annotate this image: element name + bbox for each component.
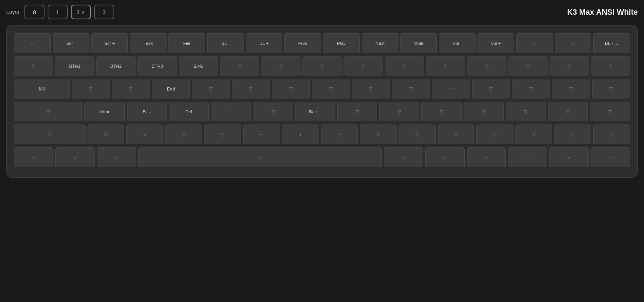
- key-r2-9[interactable]: ▽: [343, 56, 383, 77]
- header: Layer 0 1 2 ★ 3 K3 Max ANSI White: [6, 5, 638, 19]
- key-fn14[interactable]: ▽: [516, 33, 553, 54]
- key-r2-10[interactable]: ▽: [385, 56, 424, 77]
- key-del[interactable]: Del: [169, 102, 209, 123]
- key-fn15[interactable]: ▽: [555, 33, 592, 54]
- key-row-5: ▽ ▽ ▽ ▽ ▽ ← ↓ ▽ ▽ ▽ ▽ ▽ ▽ ▽ ▽: [14, 125, 630, 145]
- key-r2-7[interactable]: ▽: [261, 56, 300, 77]
- key-r5-15[interactable]: ▽: [593, 125, 630, 145]
- key-r4-14[interactable]: ▽: [590, 102, 630, 123]
- key-r3-12[interactable]: ▽: [472, 79, 510, 100]
- key-r6-2[interactable]: ▽: [55, 147, 95, 168]
- layer-3-button[interactable]: 3: [94, 5, 114, 19]
- key-r5-1[interactable]: ▽: [14, 125, 86, 145]
- key-r2-1[interactable]: ▽: [14, 56, 53, 77]
- layer-2-button[interactable]: 2 ★: [71, 5, 91, 19]
- key-r4-12[interactable]: ▽: [506, 102, 546, 123]
- key-vol-minus[interactable]: Vol -: [439, 33, 476, 54]
- layer-0-button[interactable]: 0: [24, 5, 45, 19]
- key-left-arrow[interactable]: ←: [243, 125, 280, 145]
- key-2g4[interactable]: 2.4G: [179, 56, 218, 77]
- key-r3-3[interactable]: ▽: [112, 79, 150, 100]
- key-vol-plus[interactable]: Vol +: [477, 33, 514, 54]
- key-r4-9[interactable]: ▽: [379, 102, 419, 123]
- layer-label: Layer: [6, 9, 20, 15]
- device-name: K3 Max ANSI White: [567, 8, 638, 17]
- key-bl-toggle[interactable]: BL T…: [593, 33, 630, 54]
- key-mute[interactable]: Mute: [400, 33, 437, 54]
- key-r5-12[interactable]: ▽: [476, 125, 513, 145]
- key-bl-minus-1[interactable]: BL -: [207, 33, 244, 54]
- layer-0-label: 0: [33, 9, 36, 15]
- key-r5-8[interactable]: ▽: [321, 125, 358, 145]
- layer-2-label: 2: [76, 9, 79, 15]
- key-up-arrow[interactable]: ↑: [432, 79, 470, 100]
- key-r3-7[interactable]: ▽: [272, 79, 310, 100]
- key-r5-11[interactable]: ▽: [438, 125, 474, 145]
- key-r3-5[interactable]: ▽: [192, 79, 230, 100]
- key-bl-plus-1[interactable]: BL +: [246, 33, 283, 54]
- key-r2-15[interactable]: ▽: [591, 56, 630, 77]
- key-r4-8[interactable]: ▽: [337, 102, 378, 123]
- key-bac[interactable]: Bac…: [295, 102, 335, 123]
- key-r3-10[interactable]: ▽: [392, 79, 430, 100]
- key-bl-minus-2[interactable]: BL -: [127, 102, 167, 123]
- key-r2-12[interactable]: ▽: [467, 56, 506, 77]
- key-r5-9[interactable]: ▽: [360, 125, 397, 145]
- key-home[interactable]: Home: [84, 102, 125, 123]
- key-r5-10[interactable]: ▽: [398, 125, 435, 145]
- key-r3-15[interactable]: ▽: [592, 79, 630, 100]
- key-end[interactable]: End: [152, 79, 190, 100]
- key-r6-6[interactable]: ▽: [425, 147, 465, 168]
- key-scr-plus[interactable]: Scr +: [91, 33, 128, 54]
- key-r4-6[interactable]: ▽: [253, 102, 293, 123]
- key-r2-8[interactable]: ▽: [302, 56, 342, 77]
- key-row-6: ▽ ▽ ▽ ▽ ▽ ▽ ▽ ▽ ▽ ▽: [14, 147, 630, 168]
- key-next[interactable]: Next: [362, 33, 398, 54]
- key-r5-5[interactable]: ▽: [204, 125, 241, 145]
- key-r6-7[interactable]: ▽: [467, 147, 506, 168]
- key-file[interactable]: File: [168, 33, 205, 54]
- key-r3-13[interactable]: ▽: [512, 79, 550, 100]
- key-r3-8[interactable]: ▽: [312, 79, 350, 100]
- key-r6-9[interactable]: ▽: [549, 147, 589, 168]
- key-fn1[interactable]: ▽: [14, 33, 51, 54]
- key-r5-13[interactable]: ▽: [515, 125, 552, 145]
- key-row-1: ▽ Scr - Scr + Task File BL - BL + Prvs P…: [14, 33, 630, 54]
- key-r6-8[interactable]: ▽: [508, 147, 547, 168]
- key-bth2[interactable]: BTH2: [96, 56, 136, 77]
- key-prvs[interactable]: Prvs: [284, 33, 321, 54]
- key-scr-minus[interactable]: Scr -: [53, 33, 89, 54]
- key-r2-13[interactable]: ▽: [508, 56, 548, 77]
- key-r4-11[interactable]: ▽: [464, 102, 504, 123]
- key-bth3[interactable]: BTH3: [137, 56, 177, 77]
- key-r4-1[interactable]: ▽: [14, 102, 82, 123]
- key-r4-13[interactable]: ▽: [548, 102, 588, 123]
- key-bth1[interactable]: BTH1: [55, 56, 94, 77]
- key-r5-4[interactable]: ▽: [165, 125, 202, 145]
- key-r3-14[interactable]: ▽: [552, 79, 590, 100]
- key-m0[interactable]: M0: [14, 79, 70, 100]
- key-row-4: ▽ Home BL - Del → ▽ Bac… ▽ ▽ ▽ ▽ ▽ ▽ ▽: [14, 102, 630, 123]
- key-r2-6[interactable]: ▽: [220, 56, 259, 77]
- key-r6-3[interactable]: ▽: [97, 147, 136, 168]
- header-left: Layer 0 1 2 ★ 3: [6, 5, 114, 19]
- key-r2-14[interactable]: ▽: [550, 56, 589, 77]
- key-task[interactable]: Task: [130, 33, 167, 54]
- key-r2-11[interactable]: ▽: [426, 56, 465, 77]
- key-row-2: ▽ BTH1 BTH2 BTH3 2.4G ▽ ▽ ▽ ▽ ▽ ▽ ▽ ▽ ▽ …: [14, 56, 630, 77]
- key-r3-2[interactable]: ▽: [72, 79, 110, 100]
- key-r5-2[interactable]: ▽: [88, 125, 124, 145]
- key-r5-14[interactable]: ▽: [554, 125, 591, 145]
- key-down-arrow[interactable]: ↓: [282, 125, 319, 145]
- key-r4-10[interactable]: ▽: [421, 102, 462, 123]
- key-r6-1[interactable]: ▽: [14, 147, 53, 168]
- key-r6-5[interactable]: ▽: [384, 147, 423, 168]
- key-r3-6[interactable]: ▽: [232, 79, 270, 100]
- key-spacebar[interactable]: ▽: [138, 147, 382, 168]
- key-right-arrow[interactable]: →: [211, 102, 251, 123]
- key-play[interactable]: Play: [323, 33, 360, 54]
- key-r5-3[interactable]: ▽: [126, 125, 163, 145]
- layer-1-button[interactable]: 1: [48, 5, 68, 19]
- key-r3-9[interactable]: ▽: [352, 79, 390, 100]
- key-r6-10[interactable]: ▽: [591, 147, 630, 168]
